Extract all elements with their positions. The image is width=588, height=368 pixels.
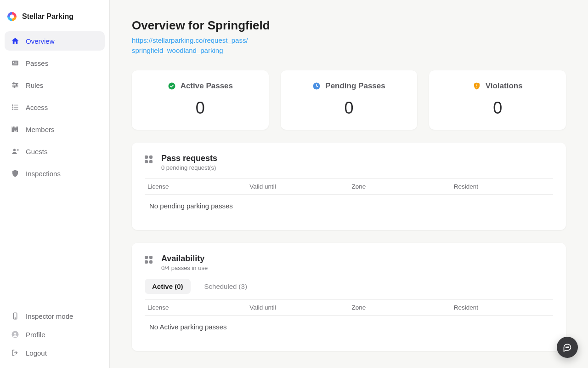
- svg-point-1: [10, 15, 14, 19]
- sidebar-item-label: Guests: [26, 148, 48, 155]
- svg-point-24: [568, 347, 569, 348]
- list-icon: [11, 103, 19, 111]
- sidebar-item-label: Access: [26, 104, 48, 111]
- sliders-icon: [11, 81, 19, 89]
- svg-point-8: [16, 85, 17, 86]
- footer-item-inspector-mode[interactable]: Inspector mode: [5, 307, 105, 325]
- col-zone: Zone: [349, 299, 451, 315]
- sidebar-item-access[interactable]: Access: [5, 98, 105, 117]
- sidebar-item-passes[interactable]: Passes: [5, 53, 105, 73]
- svg-rect-3: [13, 62, 14, 63]
- sidebar-item-label: Overview: [26, 37, 55, 45]
- sidebar: Stellar Parking Overview Passes Rules Ac…: [0, 0, 110, 368]
- section-subtitle: 0 pending request(s): [161, 164, 217, 171]
- svg-rect-6: [13, 64, 17, 64]
- col-resident: Resident: [451, 299, 553, 315]
- brand-logo-icon: [6, 11, 17, 22]
- empty-state-text: No Active parking passes: [145, 315, 553, 338]
- request-pass-link[interactable]: https://stellarparking.co/request_pass/ …: [132, 35, 248, 56]
- svg-point-12: [12, 109, 13, 110]
- brand-name: Stellar Parking: [22, 12, 74, 21]
- stat-value: 0: [285, 98, 413, 118]
- tab-scheduled[interactable]: Scheduled (3): [197, 279, 254, 294]
- chat-button[interactable]: [557, 337, 578, 358]
- svg-point-23: [567, 347, 568, 348]
- home-icon: [11, 37, 19, 45]
- sidebar-nav: Overview Passes Rules Access Members: [5, 31, 105, 307]
- svg-rect-5: [15, 63, 17, 63]
- table-header-row: License Valid until Zone Resident: [145, 178, 553, 194]
- main-content: Overview for Springfield https://stellar…: [110, 0, 588, 368]
- svg-point-9: [14, 86, 15, 87]
- svg-point-22: [566, 347, 567, 348]
- stat-cards-row: Active Passes 0 Pending Passes 0 Violati…: [132, 70, 566, 130]
- svg-rect-4: [15, 62, 17, 62]
- col-license: License: [145, 178, 247, 194]
- pass-requests-table: License Valid until Zone Resident No pen…: [145, 178, 553, 217]
- grid-icon: [145, 155, 154, 165]
- sidebar-item-label: Profile: [26, 331, 45, 339]
- table-row-empty: No Active parking passes: [145, 315, 553, 338]
- sidebar-item-label: Inspections: [26, 170, 61, 178]
- sidebar-item-inspections[interactable]: Inspections: [5, 164, 105, 183]
- stat-label: Active Passes: [181, 81, 233, 91]
- tab-active[interactable]: Active (0): [145, 279, 191, 294]
- svg-point-7: [13, 83, 15, 84]
- sidebar-item-members[interactable]: Members: [5, 120, 105, 139]
- page-title: Overview for Springfield: [132, 18, 566, 33]
- stat-label: Violations: [486, 81, 523, 91]
- sidebar-item-rules[interactable]: Rules: [5, 75, 105, 95]
- sidebar-footer: Inspector mode Profile Logout: [5, 307, 105, 362]
- svg-point-10: [12, 105, 13, 106]
- empty-state-text: No pending parking passes: [145, 194, 553, 217]
- col-valid-until: Valid until: [247, 178, 349, 194]
- pass-requests-section: Pass requests 0 pending request(s) Licen…: [132, 143, 566, 230]
- logout-icon: [11, 349, 19, 357]
- brand: Stellar Parking: [5, 8, 105, 27]
- svg-point-11: [12, 107, 13, 108]
- table-header-row: License Valid until Zone Resident: [145, 299, 553, 315]
- footer-item-logout[interactable]: Logout: [5, 344, 105, 362]
- col-valid-until: Valid until: [247, 299, 349, 315]
- availability-tabs: Active (0) Scheduled (3): [145, 279, 553, 294]
- svg-point-15: [15, 318, 16, 319]
- col-zone: Zone: [349, 178, 451, 194]
- svg-rect-20: [476, 84, 477, 86]
- svg-point-17: [14, 333, 17, 335]
- user-circle-icon: [11, 330, 19, 339]
- user-add-icon: [11, 147, 19, 155]
- col-license: License: [145, 299, 247, 315]
- chat-icon: [563, 343, 572, 352]
- section-title: Availability: [161, 254, 208, 264]
- fort-icon: [11, 125, 19, 133]
- check-circle-icon: [168, 82, 176, 90]
- link-line-2: springfield_woodland_parking: [132, 46, 223, 54]
- link-line-1: https://stellarparking.co/request_pass/: [132, 36, 248, 44]
- section-title: Pass requests: [161, 154, 217, 163]
- stat-value: 0: [434, 98, 561, 118]
- sidebar-item-label: Inspector mode: [26, 312, 73, 320]
- id-card-icon: [11, 59, 19, 67]
- phone-icon: [11, 312, 19, 320]
- svg-point-13: [13, 149, 16, 151]
- clock-icon: [312, 82, 321, 90]
- section-subtitle: 0/4 passes in use: [161, 264, 208, 271]
- shield-icon: [11, 169, 19, 178]
- availability-table: License Valid until Zone Resident No Act…: [145, 299, 553, 338]
- sidebar-item-label: Logout: [26, 349, 47, 357]
- sidebar-item-label: Passes: [26, 59, 48, 67]
- col-resident: Resident: [451, 178, 553, 194]
- sidebar-item-overview[interactable]: Overview: [5, 31, 105, 51]
- shield-alert-icon: [473, 82, 481, 90]
- footer-item-profile[interactable]: Profile: [5, 326, 105, 343]
- grid-icon: [145, 256, 154, 265]
- svg-rect-21: [476, 87, 477, 88]
- sidebar-item-label: Rules: [26, 81, 43, 89]
- availability-section: Availability 0/4 passes in use Active (0…: [132, 243, 566, 351]
- sidebar-item-label: Members: [26, 126, 55, 133]
- stat-card-violations: Violations 0: [429, 70, 566, 130]
- sidebar-item-guests[interactable]: Guests: [5, 142, 105, 161]
- stat-card-active-passes: Active Passes 0: [132, 70, 269, 130]
- table-row-empty: No pending parking passes: [145, 194, 553, 217]
- stat-card-pending-passes: Pending Passes 0: [281, 70, 418, 130]
